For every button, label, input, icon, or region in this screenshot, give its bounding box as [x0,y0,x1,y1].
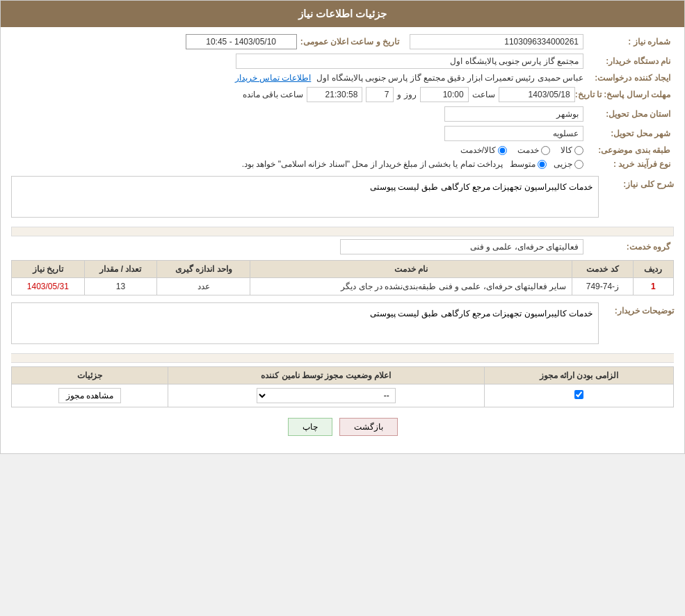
deadline-time-row: 1403/05/18 ساعت 10:00 روز و 7 21:30:58 س… [11,87,575,102]
col-quantity: تعداد / مقدار [84,261,157,278]
permit-details-cell: مشاهده مجوز [12,384,168,407]
label-deadline: مهلت ارسال پاسخ: تا تاریخ: [575,90,674,99]
general-desc-section: شرح کلی نیاز: [11,176,674,220]
services-table: ردیف کد خدمت نام خدمت واحد اندازه گیری ت… [11,260,674,295]
label-creator: ایجاد کننده درخواست: [583,73,674,83]
request-number-display: 1103096334000261 [410,34,583,49]
value-category: کالا خدمت کالا/خدمت [11,145,583,155]
row-category: طبقه بندی موضوعی: کالا خدمت کالا/خدمت [11,145,674,155]
services-table-header-row: ردیف کد خدمت نام خدمت واحد اندازه گیری ت… [12,261,674,278]
main-content: شماره نیاز : 1103096334000261 تاریخ و سا… [1,27,684,453]
services-table-head: ردیف کد خدمت نام خدمت واحد اندازه گیری ت… [12,261,674,278]
radio-kala-input[interactable] [574,146,583,155]
radio-kala-khedmat-input[interactable] [498,146,507,155]
page-wrapper: جزئیات اطلاعات نیاز شماره نیاز : 1103096… [0,0,685,454]
table-row: 1 ز-74-749 سایر فعالیتهای حرفه‌ای، علمی … [12,278,674,295]
permit-table-head: الزامی بودن ارائه مجوز اعلام وضعیت مجوز … [12,367,674,384]
label-buyer-notes: توضیحات خریدار: [604,302,674,316]
radio-kala: کالا [561,145,583,155]
deadline-date-display: 1403/05/18 [499,87,575,102]
row-province: استان محل تحویل: بوشهر [11,106,674,122]
permit-col-required: الزامی بودن ارائه مجوز [484,367,673,384]
permit-table-body: -- مشاهده مجوز [12,384,674,407]
row-service-group: گروه خدمت: فعالیتهای حرفه‌ای، علمی و فنی [11,239,674,254]
buyer-notes-section: توضیحات خریدار: [11,302,674,346]
row-request-number: شماره نیاز : 1103096334000261 تاریخ و سا… [11,34,674,49]
permits-section-header [11,353,674,363]
cell-service-code: ز-74-749 [572,278,633,295]
cell-row-num: 1 [633,278,673,295]
label-general-description: شرح کلی نیاز: [604,176,674,189]
general-desc-content [11,176,599,220]
label-days: روز و [397,90,416,99]
cell-quantity: 13 [84,278,157,295]
deadline-time-display: 10:00 [420,87,469,102]
col-service-code: کد خدمت [572,261,633,278]
radio-kala-khedmat: کالا/خدمت [460,145,507,155]
value-province: بوشهر [11,106,583,122]
services-table-body: 1 ز-74-749 سایر فعالیتهای حرفه‌ای، علمی … [12,278,674,295]
permit-required-cell [484,384,673,407]
page-title: جزئیات اطلاعات نیاز [1,1,684,27]
radio-jozi-label: جزیی [554,159,572,169]
radio-motavasset-label: متوسط [510,159,535,169]
label-request-number: شماره نیاز : [583,37,674,47]
row-purchase-type: نوع فرآیند خرید : جزیی متوسط پرداخت تمام… [11,159,674,169]
col-unit: واحد اندازه گیری [157,261,250,278]
radio-jozi: جزیی [554,159,583,169]
deadline-remaining-display: 21:30:58 [307,87,362,102]
row-deadline: مهلت ارسال پاسخ: تا تاریخ: 1403/05/18 سا… [11,87,674,102]
cell-unit: عدد [157,278,250,295]
contact-link[interactable]: اطلاعات تماس خریدار [235,73,312,83]
deadline-days-display: 7 [366,87,394,102]
label-purchase-type: نوع فرآیند خرید : [583,159,674,169]
service-group-display: فعالیتهای حرفه‌ای، علمی و فنی [340,239,583,254]
permit-col-details: جزئیات [12,367,168,384]
radio-khedmat: خدمت [517,145,550,155]
services-section-header [11,227,674,236]
city-display: عسلویه [444,126,583,141]
value-deadline: 1403/05/18 ساعت 10:00 روز و 7 21:30:58 س… [11,87,575,102]
print-button[interactable]: چاپ [288,418,332,436]
buyer-notes-content [11,302,599,346]
radio-jozi-input[interactable] [574,160,583,169]
row-creator: ایجاد کننده درخواست: عباس حمیدی رئیس تعم… [11,73,674,83]
label-city: شهر محل تحویل: [583,129,674,138]
back-button[interactable]: بازگشت [339,418,398,436]
cell-need-date: 1403/05/31 [12,278,85,295]
radio-kala-label: کالا [561,145,572,155]
value-creator: عباس حمیدی رئیس تعمیرات ابزار دقیق مجتمع… [11,73,583,83]
radio-motavasset: متوسط [510,159,547,169]
radio-motavasset-input[interactable] [538,160,547,169]
province-display: بوشهر [444,106,583,122]
label-announcement: تاریخ و ساعت اعلان عمومی: [300,37,399,47]
view-permit-button[interactable]: مشاهده مجوز [58,388,121,403]
permit-table-header-row: الزامی بودن ارائه مجوز اعلام وضعیت مجوز … [12,367,674,384]
permit-status-select[interactable]: -- [257,388,396,403]
value-service-group: فعالیتهای حرفه‌ای، علمی و فنی [11,239,583,254]
permit-status-cell: -- [168,384,484,407]
value-requester-org: مجتمع گاز پارس جنوبی پالایشگاه اول [11,54,583,69]
label-remaining: ساعت باقی مانده [243,90,304,99]
radio-khedmat-input[interactable] [541,146,550,155]
col-row-num: ردیف [633,261,673,278]
label-time: ساعت [472,90,495,99]
permit-table: الزامی بودن ارائه مجوز اعلام وضعیت مجوز … [11,366,674,407]
announcement-date-display: 1403/05/10 - 10:45 [186,34,297,49]
value-request-number: 1103096334000261 تاریخ و ساعت اعلان عموم… [11,34,583,49]
label-category: طبقه بندی موضوعی: [583,145,674,155]
row-requester-org: نام دستگاه خریدار: مجتمع گاز پارس جنوبی … [11,54,674,69]
permit-required-checkbox[interactable] [574,390,583,399]
permit-table-row: -- مشاهده مجوز [12,384,674,407]
buyer-notes-textarea[interactable] [11,302,599,344]
requester-org-display: مجتمع گاز پارس جنوبی پالایشگاه اول [236,54,583,69]
label-requester-org: نام دستگاه خریدار: [583,56,674,66]
purchase-type-note: پرداخت تمام یا بخشی از مبلغ خریدار از مح… [242,159,503,169]
radio-khedmat-label: خدمت [517,145,539,155]
action-buttons-row: بازگشت چاپ [11,418,674,436]
label-service-group: گروه خدمت: [583,242,674,252]
general-desc-textarea[interactable] [11,176,599,218]
col-service-name: نام خدمت [250,261,572,278]
permit-col-status: اعلام وضعیت مجوز توسط نامین کننده [168,367,484,384]
label-province: استان محل تحویل: [583,109,674,119]
